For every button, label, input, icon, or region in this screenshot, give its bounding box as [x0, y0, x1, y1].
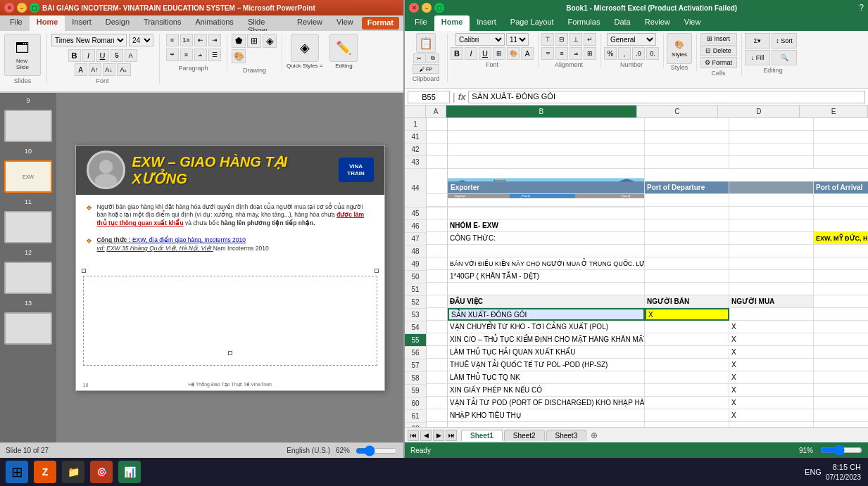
cell-b64[interactable] — [448, 422, 645, 427]
ppt-tab-format[interactable]: Format — [362, 17, 399, 30]
cell-d49[interactable] — [729, 232, 814, 245]
cell-d1[interactable] — [729, 118, 814, 131]
cell-a55[interactable] — [427, 308, 448, 321]
taskbar-folder-icon[interactable]: 📁 — [62, 461, 84, 483]
copy-btn[interactable]: ⧉ — [427, 53, 439, 63]
ppt-zoom-slider[interactable] — [356, 447, 398, 455]
cell-d43[interactable] — [729, 156, 814, 169]
sort-filter-btn[interactable]: ↕ Sort — [772, 33, 797, 49]
cell-c42[interactable] — [645, 143, 729, 156]
cell-b45[interactable]: Exporter — [448, 181, 645, 194]
cell-d47[interactable] — [729, 207, 814, 219]
cell-a45[interactable] — [427, 181, 448, 194]
prev-sheet-btn[interactable]: ◀ — [420, 430, 432, 441]
cell-c43[interactable] — [645, 156, 729, 169]
taskbar-start-icon[interactable]: ⊞ — [6, 461, 28, 483]
cell-c50[interactable] — [645, 245, 729, 257]
cell-d45[interactable] — [729, 181, 814, 194]
cell-d56[interactable]: X — [729, 321, 814, 333]
ppt-tab-animations[interactable]: Animations — [188, 15, 240, 31]
fill-btn[interactable]: ↓ Fill — [745, 50, 770, 65]
excel-close-btn[interactable]: ✕ — [409, 3, 419, 13]
cell-c51[interactable] — [645, 257, 729, 270]
ppt-tab-design[interactable]: Design — [99, 15, 137, 31]
cell-b57[interactable]: XIN C/O – THỦ TỤC KIỂM ĐỊNH CHO MẶT HÀNG… — [448, 333, 645, 346]
cell-b47[interactable] — [448, 207, 645, 219]
cell-e52[interactable] — [814, 270, 868, 283]
cell-c45[interactable]: Port of Departure — [645, 181, 729, 194]
cell-a53[interactable] — [427, 283, 448, 295]
cell-d64[interactable] — [729, 422, 814, 427]
slide-thumb-9[interactable] — [4, 110, 52, 142]
quick-styles-btn[interactable]: ◈ — [263, 34, 277, 48]
comma-btn[interactable]: , — [618, 47, 631, 60]
sheet-tab-3[interactable]: Sheet3 — [546, 430, 587, 441]
cell-a49[interactable] — [427, 232, 448, 245]
excel-left-btn[interactable]: ⫧ — [541, 47, 554, 60]
cell-e41[interactable] — [814, 131, 868, 143]
taskbar-excel-icon[interactable]: 📊 — [118, 461, 141, 483]
font-family-select[interactable]: Times New Roman — [51, 34, 127, 46]
excel-tab-pagelayout[interactable]: Page Layout — [503, 15, 561, 31]
first-sheet-btn[interactable]: ⏮ — [408, 430, 419, 441]
cell-a54[interactable] — [427, 295, 448, 308]
excel-center-btn[interactable]: ≡ — [555, 47, 568, 60]
cell-e50[interactable] — [814, 245, 868, 257]
cell-b52[interactable]: 1*40GP ( KHĂN TẮM - DỆT) — [448, 270, 645, 283]
slide-thumb-10[interactable]: EXW — [4, 160, 52, 193]
ppt-tab-review[interactable]: Review — [290, 15, 329, 31]
cell-a48[interactable] — [427, 219, 448, 232]
quick-styles-large-btn[interactable]: ◈ — [291, 34, 319, 62]
ppt-tab-file[interactable]: File — [3, 15, 30, 31]
cell-a47[interactable] — [427, 207, 448, 219]
cell-d54[interactable]: NGƯỜI MUA — [729, 295, 814, 308]
ppt-tab-view[interactable]: View — [329, 15, 360, 31]
excel-align-bot-btn[interactable]: ⊥ — [570, 33, 582, 46]
cell-c41[interactable] — [645, 131, 729, 143]
cell-a46[interactable] — [427, 194, 448, 207]
ppt-tab-home[interactable]: Home — [30, 15, 65, 31]
cell-c62[interactable] — [645, 397, 729, 409]
cell-d61[interactable]: X — [729, 384, 814, 397]
ppt-max-btn[interactable]: ▢ — [30, 3, 39, 13]
excel-align-top-btn[interactable]: ⊤ — [541, 33, 554, 46]
taskbar-ppt2-icon[interactable]: 🎯 — [90, 461, 113, 483]
cell-c53[interactable] — [645, 283, 729, 295]
cell-b51[interactable]: BÁN VỚI ĐIỀU KIỆN NÀY CHO NGƯỜI MUA Ở TR… — [448, 257, 645, 270]
cell-d55[interactable] — [729, 308, 814, 321]
ppt-min-btn[interactable]: – — [17, 3, 27, 13]
cell-c59[interactable] — [645, 359, 729, 371]
cell-b50[interactable] — [448, 245, 645, 257]
cell-a42[interactable] — [427, 143, 448, 156]
cell-c63[interactable] — [645, 409, 729, 422]
excel-font-size[interactable]: 11 — [506, 33, 529, 46]
cell-d57[interactable]: X — [729, 333, 814, 346]
excel-font-family[interactable]: Calibri — [455, 33, 505, 46]
cell-d46[interactable] — [729, 194, 814, 207]
numbering-btn[interactable]: 1≡ — [180, 34, 193, 46]
cell-e62[interactable] — [814, 397, 868, 409]
cell-b53[interactable] — [448, 283, 645, 295]
cell-e46[interactable] — [814, 194, 868, 207]
cell-c1[interactable] — [645, 118, 729, 131]
increase-font-btn[interactable]: A↑ — [89, 63, 101, 76]
cell-c46[interactable] — [645, 194, 729, 207]
decrease-decimal-btn[interactable]: 0. — [646, 47, 659, 60]
formula-input[interactable] — [468, 91, 865, 103]
new-slide-btn[interactable]: 🗔 NewSlide — [4, 34, 41, 76]
cell-b46[interactable] — [448, 194, 645, 207]
taskbar-ppt-icon[interactable]: Z — [34, 461, 56, 483]
cell-e1[interactable] — [814, 118, 868, 131]
cell-d62[interactable]: X — [729, 397, 814, 409]
italic-btn[interactable]: I — [82, 49, 95, 62]
cell-b48[interactable]: NHÓM E- EXW — [448, 219, 645, 232]
cell-a1[interactable] — [427, 118, 448, 131]
sheet-tab-2[interactable]: Sheet2 — [504, 430, 545, 441]
number-format-select[interactable]: General — [607, 33, 656, 46]
cell-d51[interactable] — [729, 257, 814, 270]
sheet-tab-1[interactable]: Sheet1 — [461, 430, 503, 441]
cell-c55[interactable]: X — [645, 308, 729, 321]
col-header-a[interactable]: A — [426, 105, 446, 117]
excel-bold-btn[interactable]: B — [451, 47, 463, 60]
format-painter-btn[interactable]: 🖌 FP — [413, 64, 439, 74]
